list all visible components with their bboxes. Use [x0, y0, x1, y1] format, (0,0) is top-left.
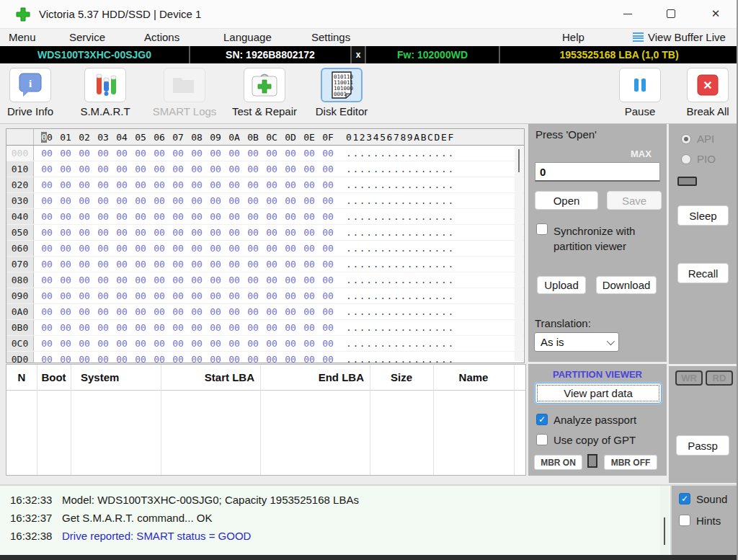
hex-byte[interactable]: 00: [300, 306, 319, 317]
hex-byte[interactable]: 00: [187, 179, 206, 190]
hex-ascii-cell[interactable]: ................: [346, 338, 455, 349]
hex-byte[interactable]: 00: [319, 195, 337, 206]
hex-byte[interactable]: 00: [262, 211, 281, 222]
hex-byte[interactable]: 00: [206, 164, 225, 174]
hex-byte[interactable]: 00: [169, 211, 187, 222]
hex-byte[interactable]: 00: [131, 148, 150, 159]
hex-byte[interactable]: 00: [150, 322, 169, 333]
hex-byte[interactable]: 00: [262, 306, 281, 317]
hex-byte[interactable]: 00: [37, 148, 56, 159]
hex-byte[interactable]: 00: [94, 227, 112, 238]
hex-ascii-cell[interactable]: ................: [346, 148, 455, 159]
view-part-data-button[interactable]: View part data: [535, 383, 662, 404]
hex-byte[interactable]: 00: [112, 354, 131, 363]
hex-byte[interactable]: 00: [281, 195, 300, 206]
hex-byte[interactable]: 00: [187, 243, 206, 254]
hex-byte[interactable]: 00: [281, 179, 300, 190]
hex-byte[interactable]: 00: [281, 211, 300, 222]
hex-byte[interactable]: 00: [112, 306, 131, 317]
hex-byte[interactable]: 00: [56, 306, 75, 317]
hex-ascii-cell[interactable]: ................: [346, 259, 455, 270]
hex-byte[interactable]: 00: [56, 275, 75, 285]
hex-byte[interactable]: 00: [225, 164, 244, 174]
hex-byte[interactable]: 00: [131, 275, 150, 285]
hex-byte[interactable]: 00: [37, 275, 56, 285]
hex-byte[interactable]: 00: [262, 322, 281, 333]
hex-byte[interactable]: 00: [169, 322, 187, 333]
hex-byte[interactable]: 00: [300, 243, 319, 254]
disk-editor-button[interactable]: 010110 110011 101000 0001 Disk Editor: [306, 68, 378, 117]
hex-byte[interactable]: 00: [112, 179, 131, 190]
partition-column-header[interactable]: System: [71, 371, 161, 383]
hex-byte[interactable]: 00: [206, 306, 225, 317]
hex-byte[interactable]: 00: [319, 322, 337, 333]
hex-byte[interactable]: 00: [150, 243, 169, 254]
hex-byte[interactable]: 00: [56, 354, 75, 363]
hex-byte[interactable]: 00: [225, 243, 244, 254]
hex-byte[interactable]: 00: [150, 354, 169, 363]
hex-ascii-cell[interactable]: ................: [346, 354, 455, 363]
hex-byte[interactable]: 00: [112, 164, 131, 174]
hex-byte[interactable]: 00: [206, 338, 225, 349]
hex-byte[interactable]: 00: [244, 243, 262, 254]
hex-byte[interactable]: 00: [262, 227, 281, 238]
hex-byte[interactable]: 00: [56, 290, 75, 301]
hex-byte[interactable]: 00: [225, 306, 244, 317]
hex-byte[interactable]: 00: [225, 148, 244, 159]
hex-byte[interactable]: 00: [187, 259, 206, 270]
hex-byte[interactable]: 00: [281, 306, 300, 317]
hex-byte[interactable]: 00: [56, 322, 75, 333]
use-copy-gpt-checkbox[interactable]: Use copy of GPT: [536, 434, 636, 446]
hex-byte[interactable]: 00: [244, 227, 262, 238]
save-button[interactable]: Save: [607, 191, 662, 210]
hex-byte[interactable]: 00: [75, 179, 94, 190]
hex-byte[interactable]: 00: [187, 211, 206, 222]
hex-byte[interactable]: 00: [56, 259, 75, 270]
hex-byte[interactable]: 00: [150, 148, 169, 159]
hex-byte[interactable]: 00: [225, 275, 244, 285]
hex-byte[interactable]: 00: [225, 290, 244, 301]
hex-byte[interactable]: 00: [169, 195, 187, 206]
hex-byte[interactable]: 00: [244, 195, 262, 206]
close-button[interactable]: ✕: [699, 0, 732, 27]
hex-byte[interactable]: 00: [56, 338, 75, 349]
hex-byte[interactable]: 00: [206, 354, 225, 363]
hex-byte[interactable]: 00: [37, 354, 56, 363]
hex-ascii-cell[interactable]: ................: [346, 227, 455, 238]
hex-scrollbar-thumb[interactable]: [518, 149, 520, 172]
hex-byte[interactable]: 00: [37, 290, 56, 301]
passp-button[interactable]: Passp: [676, 435, 729, 455]
hex-byte[interactable]: 00: [75, 211, 94, 222]
hex-byte[interactable]: 00: [150, 211, 169, 222]
hex-byte[interactable]: 00: [75, 243, 94, 254]
wr-button[interactable]: WR: [675, 370, 703, 386]
hex-byte[interactable]: 00: [94, 164, 112, 174]
hex-byte[interactable]: 00: [262, 148, 281, 159]
hex-byte[interactable]: 00: [225, 227, 244, 238]
hex-byte[interactable]: 00: [281, 275, 300, 285]
hex-byte[interactable]: 00: [56, 227, 75, 238]
lba-input[interactable]: 0: [535, 162, 660, 182]
recall-button[interactable]: Recall: [677, 263, 729, 283]
hex-byte[interactable]: 00: [94, 354, 112, 363]
hex-byte[interactable]: 00: [319, 243, 337, 254]
smart-button[interactable]: S.M.A.R.T: [71, 68, 140, 117]
hex-byte[interactable]: 00: [319, 338, 337, 349]
hex-byte[interactable]: 00: [169, 259, 187, 270]
hex-ascii-cell[interactable]: ................: [346, 322, 455, 333]
hex-byte[interactable]: 00: [206, 275, 225, 285]
maximize-button[interactable]: [654, 0, 688, 27]
pio-radio[interactable]: PIO: [681, 153, 716, 165]
hex-byte[interactable]: 00: [225, 179, 244, 190]
menu-item-actions[interactable]: Actions: [144, 31, 179, 43]
hex-byte[interactable]: 00: [244, 275, 262, 285]
hex-byte[interactable]: 00: [262, 259, 281, 270]
hex-byte[interactable]: 00: [37, 259, 56, 270]
minimize-button[interactable]: [611, 0, 644, 27]
hex-byte[interactable]: 00: [112, 275, 131, 285]
hex-byte[interactable]: 00: [75, 195, 94, 206]
hex-byte[interactable]: 00: [131, 354, 150, 363]
menu-item-language[interactable]: Language: [223, 31, 272, 43]
hex-byte[interactable]: 00: [37, 227, 56, 238]
synchronize-checkbox[interactable]: Synchronize with partition viewer: [536, 223, 662, 254]
